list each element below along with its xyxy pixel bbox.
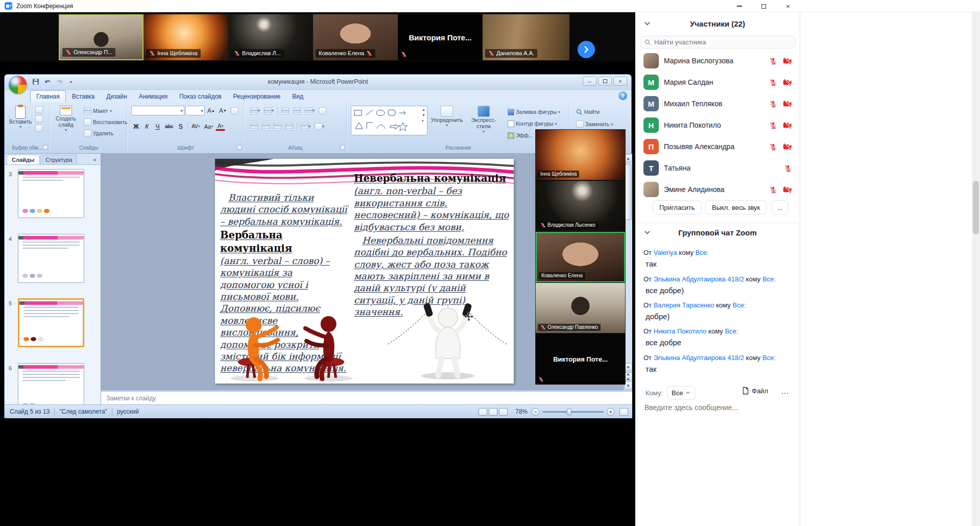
search-input[interactable] — [654, 38, 791, 46]
outline-tab[interactable]: Структура — [40, 155, 77, 164]
clear-formatting-button[interactable] — [229, 106, 240, 115]
slide-thumbnail[interactable] — [18, 169, 84, 218]
layout-button[interactable]: Макет▾ — [82, 106, 129, 116]
quick-styles-button[interactable]: Экспресс-стили▾ — [465, 104, 502, 134]
shape-outline-button[interactable]: Контур фигуры▾ — [506, 118, 562, 129]
view-sorter-button[interactable] — [489, 408, 497, 416]
gallery-up-button[interactable]: ▲ — [421, 107, 426, 112]
zoom-in-button[interactable]: + — [607, 408, 614, 416]
chat-recipient-link[interactable]: Все: — [733, 301, 746, 309]
file-button[interactable]: Файл — [742, 387, 768, 395]
participant-row[interactable]: Эмине Алидинова — [635, 179, 800, 200]
paste-button[interactable]: Вставить▾ — [7, 104, 34, 129]
ppt-minimize-button[interactable]: – — [583, 77, 596, 86]
ppt-close-button[interactable]: × — [613, 77, 627, 86]
chat-more-button[interactable]: ... — [781, 387, 790, 395]
video-tile[interactable]: Данилова А.А. — [483, 14, 569, 60]
maximize-button[interactable] — [755, 0, 772, 12]
view-normal-button[interactable] — [479, 408, 487, 416]
desktop-scrollbar[interactable] — [972, 12, 980, 526]
font-size-combo[interactable]: ▾ — [185, 106, 205, 115]
qat-dropdown[interactable]: ▾ — [66, 77, 76, 86]
align-center-button[interactable] — [260, 122, 271, 131]
chat-to-dropdown[interactable]: Все — [667, 386, 695, 399]
line-spacing-button[interactable]: ▾ — [303, 106, 316, 115]
cut-button[interactable] — [35, 106, 43, 113]
undo-button[interactable] — [43, 77, 52, 86]
dialog-launcher[interactable] — [43, 145, 48, 150]
video-tile[interactable]: Владислав Лысенко — [536, 181, 625, 231]
convert-smartart-button[interactable]: ▾ — [313, 122, 326, 131]
text-shadow-button[interactable]: S — [176, 122, 185, 131]
bold-button[interactable]: Ж — [131, 122, 141, 131]
chat-sender-link[interactable]: Эльвина Абдултаирова 418/2 — [654, 275, 744, 283]
chat-sender-link[interactable]: Валерия Тарасенко — [654, 301, 714, 309]
slide-canvas[interactable]: Властивий тільки людині спосіб комунікац… — [215, 159, 514, 384]
find-button[interactable]: Найти — [575, 107, 615, 117]
change-case-button[interactable]: Aa▾ — [203, 122, 214, 131]
grow-font-button[interactable]: A▲ — [206, 106, 217, 115]
participant-row[interactable]: М Михаил Тепляков — [635, 93, 800, 114]
text-direction-button[interactable] — [317, 106, 328, 115]
chat-recipient-link[interactable]: Все: — [762, 354, 776, 362]
participant-row[interactable]: П Позывяв Александра — [635, 136, 800, 157]
video-tile[interactable]: Коваленко Елена — [313, 14, 398, 60]
minimize-button[interactable] — [731, 0, 748, 12]
participant-row[interactable]: Н Никита Покотило — [635, 114, 800, 136]
slides-tab[interactable]: Слайды — [7, 155, 39, 164]
close-button[interactable]: × — [780, 0, 796, 12]
video-tile[interactable]: Олександр Павленко — [536, 283, 625, 333]
arrange-button[interactable]: Упорядочить▾ — [431, 104, 463, 128]
zoom-slider[interactable] — [542, 411, 604, 413]
participants-more-button[interactable]: ... — [771, 200, 788, 214]
tab-review[interactable]: Рецензирование — [228, 91, 286, 102]
notes-pane[interactable]: Заметки к слайду — [101, 390, 632, 404]
font-name-combo[interactable]: ▾ — [131, 106, 184, 115]
video-tile[interactable]: Інна Щебликіна — [536, 130, 625, 180]
chat-sender-link[interactable]: Valeriya — [654, 249, 677, 256]
replace-button[interactable]: Заменить▾ — [575, 119, 615, 129]
strikethrough-button[interactable]: abc — [163, 122, 175, 131]
mute-all-button[interactable]: Выкл. весь звук — [705, 200, 767, 214]
tab-slideshow[interactable]: Показ слайдов — [174, 91, 227, 102]
zoom-out-button[interactable]: − — [532, 408, 539, 416]
slide-thumbnail-selected[interactable] — [18, 298, 84, 347]
desktop-scroll-thumb[interactable] — [973, 181, 979, 234]
invite-button[interactable]: Пригласить — [653, 200, 702, 214]
increase-indent-button[interactable] — [292, 106, 302, 115]
numbering-button[interactable]: ▾ — [262, 106, 275, 115]
next-videos-button[interactable] — [578, 41, 595, 58]
tab-view[interactable]: Вид — [286, 91, 309, 102]
chat-sender-link[interactable]: Никита Покотило — [654, 327, 707, 335]
participants-search[interactable] — [640, 36, 796, 49]
scroll-thumb[interactable] — [625, 164, 632, 220]
video-tile[interactable]: Олександр П... — [59, 14, 144, 60]
shrink-font-button[interactable]: A▼ — [218, 106, 228, 115]
tab-design[interactable]: Дизайн — [101, 91, 132, 102]
delete-slide-button[interactable]: Удалить — [82, 128, 129, 138]
gallery-more-button[interactable]: ▾ — [421, 118, 426, 124]
format-painter-button[interactable] — [35, 125, 43, 132]
video-tile-active-speaker[interactable]: Коваленко Елена — [536, 232, 625, 282]
columns-button[interactable]: ▾ — [299, 122, 312, 131]
language-indicator[interactable]: русский — [117, 408, 139, 415]
video-tile[interactable]: Виктория Поте... — [536, 334, 625, 385]
redo-button[interactable] — [55, 77, 64, 86]
dialog-launcher[interactable] — [237, 145, 242, 150]
participant-row[interactable]: Марина Вислогузова — [635, 50, 800, 71]
fit-window-button[interactable] — [619, 408, 628, 416]
chat-recipient-link[interactable]: Все: — [725, 327, 738, 335]
video-tile[interactable]: Інна Щебликіна — [144, 14, 228, 60]
align-right-button[interactable] — [272, 122, 283, 131]
participant-row[interactable]: М Мария Салдан — [635, 71, 800, 93]
chat-recipient-link[interactable]: Все: — [696, 249, 709, 256]
tab-insert[interactable]: Вставка — [66, 91, 101, 102]
slide-thumbnail[interactable] — [18, 234, 84, 283]
tab-home[interactable]: Главная — [30, 90, 66, 102]
dialog-launcher[interactable] — [340, 145, 345, 150]
justify-button[interactable] — [284, 122, 295, 131]
participant-row[interactable]: Т Татьяна — [635, 157, 800, 179]
chat-recipient-link[interactable]: Все: — [762, 275, 776, 283]
video-tile[interactable]: Владислав Л... — [228, 14, 313, 60]
bullets-button[interactable]: ▾ — [249, 106, 261, 115]
